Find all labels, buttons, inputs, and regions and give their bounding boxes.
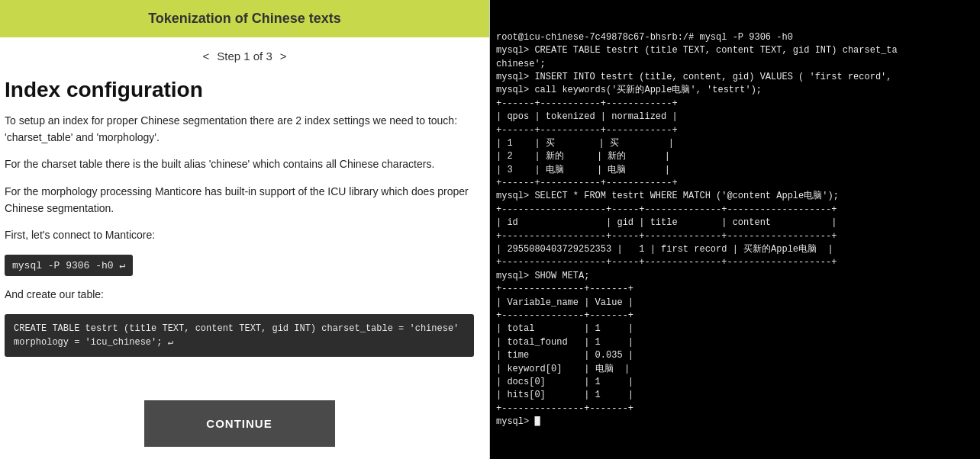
left-header: Tokenization of Chinese texts: [0, 0, 489, 37]
paragraph-1: To setup an index for proper Chinese seg…: [5, 113, 474, 146]
terminal-line: | 1 | 买 | 买 |: [496, 137, 974, 150]
terminal-line: +------+-----------+------------+: [496, 124, 974, 137]
terminal-line: +---------------+-------+: [496, 403, 974, 416]
terminal-line: | 2 | 新的 | 新的 |: [496, 150, 974, 163]
section-heading: Index configuration: [5, 78, 474, 102]
terminal-line: | id | gid | title | content |: [496, 217, 974, 230]
terminal-line: +---------------+-------+: [496, 310, 974, 323]
left-panel: Tokenization of Chinese texts < Step 1 o…: [0, 0, 490, 459]
paragraph-5: And create our table:: [5, 287, 474, 303]
terminal-line: | qpos | tokenized | normalized |: [496, 111, 974, 124]
code-block: CREATE TABLE testrt (title TEXT, content…: [5, 314, 474, 357]
prev-arrow[interactable]: <: [202, 50, 209, 63]
terminal-line: | Variable_name | Value |: [496, 297, 974, 310]
terminal-line: mysql> SHOW META;: [496, 270, 974, 283]
continue-button[interactable]: CONTINUE: [144, 400, 335, 447]
terminal-line: mysql> CREATE TABLE testrt (title TEXT, …: [496, 44, 974, 57]
page-title: Tokenization of Chinese texts: [15, 11, 474, 27]
step-indicator: Step 1 of 3: [217, 50, 272, 63]
paragraph-2: For the charset table there is the built…: [5, 156, 474, 173]
terminal-line: | time | 0.035 |: [496, 349, 974, 362]
terminal-line: mysql> call keywords('买新的Apple电脑', 'test…: [496, 84, 974, 97]
terminal-line: +-------------------+-----+-------------…: [496, 204, 974, 217]
terminal-line: mysql> SELECT * FROM testrt WHERE MATCH …: [496, 190, 974, 203]
code-inline: mysql -P 9306 -h0 ↵: [5, 255, 133, 276]
terminal-line: +---------------+-------+: [496, 283, 974, 296]
terminal-line: +------+-----------+------------+: [496, 177, 974, 190]
paragraph-3: For the morphology processing Manticore …: [5, 184, 474, 217]
terminal-line: root@icu-chinese-7c49878c67-bhsrb:/# mys…: [496, 31, 974, 44]
terminal-line: | docs[0] | 1 |: [496, 376, 974, 389]
terminal-line: +------+-----------+------------+: [496, 98, 974, 111]
terminal-line: | keyword[0] | 电脑 |: [496, 363, 974, 376]
terminal-line: | 3 | 电脑 | 电脑 |: [496, 164, 974, 177]
continue-btn-wrapper: CONTINUE: [0, 393, 489, 459]
terminal-line: +-------------------+-----+-------------…: [496, 230, 974, 243]
terminal-line: | total | 1 |: [496, 323, 974, 335]
left-content: Index configuration To setup an index fo…: [0, 70, 489, 393]
step-nav: < Step 1 of 3 >: [0, 37, 489, 70]
terminal-panel: root@icu-chinese-7c49878c67-bhsrb:/# mys…: [490, 0, 980, 459]
terminal-content: root@icu-chinese-7c49878c67-bhsrb:/# mys…: [496, 31, 974, 429]
paragraph-4: First, let's connect to Manticore:: [5, 227, 474, 244]
next-arrow[interactable]: >: [280, 50, 287, 63]
terminal-line: chinese';: [496, 58, 974, 71]
terminal-line: +-------------------+-----+-------------…: [496, 256, 974, 269]
terminal-line: | 2955080403729252353 | 1 | first record…: [496, 243, 974, 256]
terminal-line: mysql> INSERT INTO testrt (title, conten…: [496, 71, 974, 84]
terminal-line: mysql> █: [496, 416, 974, 429]
terminal-line: | hits[0] | 1 |: [496, 389, 974, 402]
terminal-line: | total_found | 1 |: [496, 336, 974, 349]
